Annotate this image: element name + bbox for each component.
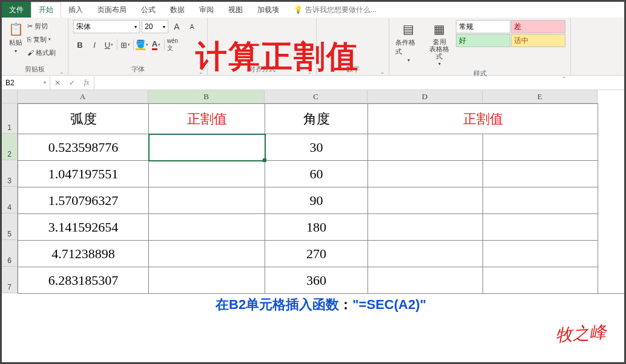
bucket-icon: 🪣 (136, 39, 145, 50)
row-header-5[interactable]: 5 (2, 213, 18, 240)
row-header-6[interactable]: 6 (2, 240, 18, 267)
insert-function-button[interactable]: fx (79, 76, 94, 89)
cell[interactable]: 3.141592654 (18, 214, 149, 241)
grow-font-button[interactable]: A (170, 20, 183, 33)
cell[interactable] (368, 134, 483, 161)
style-normal[interactable]: 常规 (456, 20, 510, 33)
format-painter-button[interactable]: 🖌格式刷 (27, 47, 56, 59)
table-icon: ▦ (432, 21, 447, 37)
brush-icon: 🖌 (27, 49, 34, 56)
cell[interactable] (368, 241, 483, 267)
header-cell[interactable]: 正割值 (149, 104, 265, 134)
font-size-combo[interactable]: 20▾ (142, 20, 168, 33)
header-cell[interactable]: 正割值 (368, 104, 598, 134)
cell[interactable]: 1.570796327 (18, 187, 149, 214)
style-neutral[interactable]: 适中 (511, 34, 565, 47)
tell-me[interactable]: 💡告诉我您想要做什么... (286, 2, 384, 18)
footnote-text: 在B2单元格插入函数："=SEC(A2)" (216, 296, 426, 314)
group-label-font: 字体 (73, 63, 202, 75)
cell[interactable] (368, 214, 483, 241)
col-header-C[interactable]: C (265, 90, 367, 103)
header-cell[interactable]: 角度 (265, 104, 368, 134)
row-header-2[interactable]: 2 (2, 134, 18, 160)
table-format-button[interactable]: ▦ 套用 表格格式▾ (425, 20, 453, 68)
cell[interactable] (483, 214, 598, 241)
borders-button[interactable]: ⊞ (119, 38, 132, 51)
cell[interactable] (483, 267, 598, 294)
cell[interactable]: 4.71238898 (18, 241, 149, 267)
cond-format-icon: ▤ (401, 21, 417, 37)
cell[interactable] (368, 161, 483, 187)
underline-button[interactable]: U (102, 38, 116, 51)
scissors-icon: ✂ (27, 22, 33, 30)
accept-formula-button[interactable]: ✓ (65, 76, 79, 89)
row-header-1[interactable]: 1 (2, 103, 18, 134)
row-header-3[interactable]: 3 (2, 160, 18, 187)
select-all-corner[interactable] (2, 90, 18, 103)
cell[interactable]: 180 (265, 214, 368, 241)
signature: 牧之峰 (555, 320, 607, 347)
tab-addin[interactable]: 加载项 (250, 2, 286, 18)
cancel-formula-button[interactable]: ✕ (50, 76, 65, 89)
cell[interactable] (368, 187, 483, 214)
cell[interactable]: 1.047197551 (18, 161, 149, 187)
cell[interactable] (483, 134, 598, 161)
spreadsheet-grid: ABCDE 1234567 弧度正割值角度正割值0.523598776301.0… (2, 90, 624, 350)
cell[interactable] (483, 161, 598, 187)
row-header-7[interactable]: 7 (2, 267, 18, 293)
cell[interactable]: 360 (265, 267, 368, 294)
cell[interactable] (149, 187, 265, 214)
group-label-clipboard: 剪贴板 (7, 63, 63, 75)
cell[interactable] (149, 214, 265, 241)
cell[interactable]: 6.283185307 (18, 267, 149, 294)
tab-view[interactable]: 视图 (221, 2, 250, 18)
tab-data[interactable]: 数据 (163, 2, 192, 18)
clipboard-icon: 📋 (8, 21, 24, 37)
tab-insert[interactable]: 插入 (61, 2, 90, 18)
bulb-icon: 💡 (294, 5, 303, 14)
row-header-4[interactable]: 4 (2, 187, 18, 213)
copy-button[interactable]: ⎘复制▾ (27, 33, 56, 45)
cell[interactable] (149, 267, 265, 294)
conditional-format-button[interactable]: ▤ 条件格式▾ (394, 20, 423, 64)
cell[interactable]: 30 (265, 134, 368, 161)
tab-formula[interactable]: 公式 (134, 2, 163, 18)
tab-file[interactable]: 文件 (2, 2, 31, 18)
cell[interactable] (483, 187, 598, 214)
font-name-combo[interactable]: 宋体▾ (73, 20, 140, 33)
tab-layout[interactable]: 页面布局 (90, 2, 134, 18)
phonetic-button[interactable]: wén文 (166, 38, 179, 51)
group-label-styles: 样式 (394, 68, 565, 79)
col-header-E[interactable]: E (483, 90, 598, 103)
style-bad[interactable]: 差 (511, 20, 565, 33)
col-header-A[interactable]: A (18, 90, 148, 103)
cell[interactable] (368, 267, 483, 294)
style-good[interactable]: 好 (456, 34, 510, 47)
cell[interactable] (483, 241, 598, 267)
copy-icon: ⎘ (27, 36, 31, 43)
group-label-align: 对齐方式 (213, 63, 311, 75)
cell[interactable] (149, 241, 265, 267)
cell[interactable]: 0.523598776 (18, 134, 149, 161)
paste-button[interactable]: 📋 粘贴 ▾ (7, 20, 25, 55)
cell[interactable] (149, 134, 265, 161)
cell[interactable]: 270 (265, 241, 368, 267)
cell[interactable]: 90 (265, 187, 368, 214)
font-color-button[interactable]: A (150, 38, 163, 51)
cell[interactable]: 60 (265, 161, 368, 187)
italic-button[interactable]: I (88, 38, 101, 51)
shrink-font-button[interactable]: A (185, 20, 199, 33)
bold-button[interactable]: B (73, 38, 87, 51)
cell[interactable] (149, 161, 265, 187)
col-header-B[interactable]: B (148, 90, 265, 103)
name-box[interactable]: B2 (2, 76, 50, 89)
col-header-D[interactable]: D (367, 90, 483, 103)
tab-home[interactable]: 开始 (31, 2, 61, 18)
tab-review[interactable]: 审阅 (192, 2, 221, 18)
ribbon: 📋 粘贴 ▾ ✂剪切 ⎘复制▾ 🖌格式刷 剪贴板 宋体▾ 20▾ A A B I (2, 18, 624, 76)
header-cell[interactable]: 弧度 (18, 104, 149, 134)
cut-button[interactable]: ✂剪切 (27, 20, 56, 32)
cell-styles-gallery[interactable]: 常规 差 好 适中 (456, 20, 565, 47)
group-label-number: 数字 (321, 63, 384, 75)
fill-color-button[interactable]: 🪣 (135, 38, 148, 51)
